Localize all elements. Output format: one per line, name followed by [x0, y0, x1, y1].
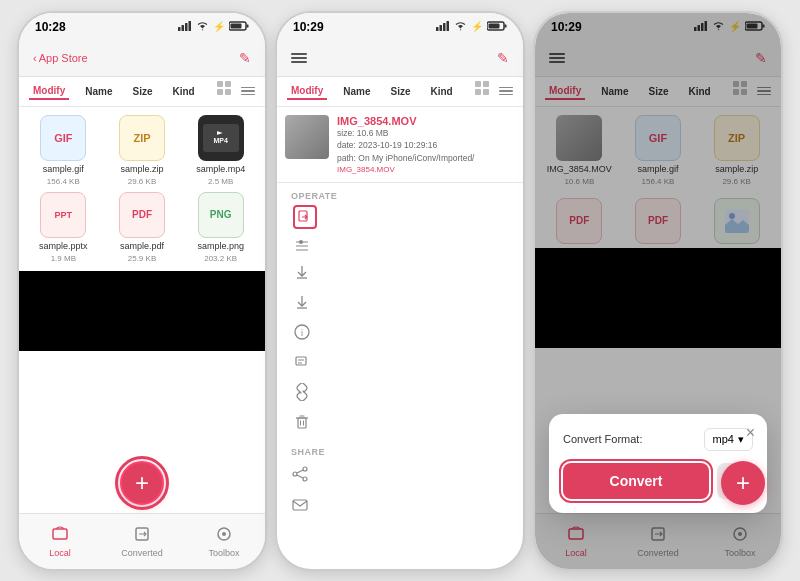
- file-item-mp4[interactable]: MP4 sample.mp4 2.5 MB: [184, 115, 257, 186]
- toolbar-2: Modify Name Size Kind: [277, 77, 523, 107]
- add-fab-button[interactable]: +: [120, 461, 164, 505]
- svg-rect-18: [447, 21, 450, 31]
- detail-filename: IMG_3854.MOV: [337, 115, 515, 127]
- gif-filename: sample.gif: [43, 164, 84, 174]
- svg-rect-25: [483, 89, 489, 95]
- grid-view-icon-2[interactable]: [475, 81, 491, 101]
- detail-size: size: 10.6 MB: [337, 127, 515, 140]
- zip-filename: sample.zip: [120, 164, 163, 174]
- file-item-pdf[interactable]: PDF sample.pdf 25.9 KB: [106, 192, 179, 263]
- svg-rect-6: [247, 24, 249, 27]
- toolbar-size-1[interactable]: Size: [128, 84, 156, 99]
- tab-local-1[interactable]: Local: [19, 525, 101, 558]
- battery-icon-1: [229, 21, 249, 33]
- phone-2: 10:29 ⚡ ✎ Modify Name Size Kind: [275, 11, 525, 571]
- file-grid-1: GIF sample.gif 156.4 KB ZIP sample.zip 2…: [19, 107, 265, 271]
- hamburger-menu-icon-2[interactable]: [499, 87, 513, 96]
- delete-icon[interactable]: [293, 413, 509, 435]
- edit-icon-1[interactable]: ✎: [239, 50, 251, 66]
- svg-rect-10: [225, 89, 231, 95]
- rename-icon[interactable]: [293, 353, 509, 375]
- dialog-close-button[interactable]: ×: [746, 424, 755, 442]
- download-icon[interactable]: [293, 263, 509, 285]
- toolbar-name-2[interactable]: Name: [339, 84, 374, 99]
- svg-rect-17: [443, 23, 446, 31]
- gif-icon: GIF: [40, 115, 86, 161]
- pptx-icon: PPT: [40, 192, 86, 238]
- back-chevron-icon: ‹: [33, 52, 37, 64]
- phone-3: 10:29 ⚡ ✎ Modify Name Size Kind: [533, 11, 783, 571]
- bottom-tabs-1: Local Converted Toolbox: [19, 513, 265, 569]
- tab-toolbox-1[interactable]: Toolbox: [183, 525, 265, 558]
- tab-converted-1[interactable]: Converted: [101, 525, 183, 558]
- info-icon[interactable]: i: [293, 323, 509, 345]
- toolbar-name-1[interactable]: Name: [81, 84, 116, 99]
- svg-line-46: [297, 475, 303, 478]
- png-icon: PNG: [198, 192, 244, 238]
- toolbar-modify-1[interactable]: Modify: [29, 83, 69, 100]
- png-filename: sample.png: [197, 241, 244, 251]
- convert-button[interactable]: Convert: [563, 463, 709, 499]
- zip-icon: ZIP: [119, 115, 165, 161]
- toolbox-tab-icon: [215, 525, 233, 545]
- export-icon[interactable]: [293, 293, 509, 315]
- svg-rect-1: [182, 25, 185, 31]
- preview-area-1: [19, 271, 265, 351]
- svg-point-14: [222, 532, 226, 536]
- tab-toolbox-label-1: Toolbox: [208, 548, 239, 558]
- nav-bar-1: ‹ App Store ✎: [19, 41, 265, 77]
- file-item-png[interactable]: PNG sample.png 203.2 KB: [184, 192, 257, 263]
- pdf-icon: PDF: [119, 192, 165, 238]
- convert-file-icon[interactable]: [293, 205, 317, 229]
- wifi-icon-1: [196, 21, 209, 33]
- pdf-filesize: 25.9 KB: [128, 254, 156, 263]
- file-item-pptx[interactable]: PPT sample.pptx 1.9 MB: [27, 192, 100, 263]
- link-icon[interactable]: [293, 383, 509, 405]
- svg-rect-0: [178, 27, 181, 31]
- nav-bar-2: ✎: [277, 41, 523, 77]
- svg-rect-23: [483, 81, 489, 87]
- time-1: 10:28: [35, 20, 66, 34]
- edit-icon-2[interactable]: ✎: [497, 50, 509, 66]
- svg-point-44: [303, 477, 307, 481]
- png-filesize: 203.2 KB: [204, 254, 237, 263]
- file-item-zip[interactable]: ZIP sample.zip 29.6 KB: [106, 115, 179, 186]
- svg-rect-38: [298, 418, 306, 428]
- file-item-gif[interactable]: GIF sample.gif 156.4 KB: [27, 115, 100, 186]
- zip-filesize: 29.6 KB: [128, 177, 156, 186]
- mp4-filesize: 2.5 MB: [208, 177, 233, 186]
- grid-view-icon-1[interactable]: [217, 81, 233, 101]
- tab-local-label-1: Local: [49, 548, 71, 558]
- svg-rect-24: [475, 89, 481, 95]
- format-value: mp4: [713, 433, 734, 445]
- toolbar-modify-2[interactable]: Modify: [287, 83, 327, 100]
- hamburger-icon-1[interactable]: [241, 87, 255, 96]
- svg-rect-20: [489, 23, 500, 28]
- svg-point-43: [293, 472, 297, 476]
- toolbar-kind-1[interactable]: Kind: [168, 84, 198, 99]
- detail-path-file: IMG_3854.MOV: [337, 165, 515, 174]
- svg-rect-7: [217, 81, 223, 87]
- local-tab-icon: [51, 525, 69, 545]
- lightning-icon-2: ⚡: [471, 21, 483, 32]
- toolbar-kind-2[interactable]: Kind: [426, 84, 456, 99]
- operate-section: OPERATE i: [277, 183, 523, 443]
- svg-rect-22: [475, 81, 481, 87]
- adjust-icon[interactable]: [293, 237, 509, 255]
- file-detail-panel: IMG_3854.MOV size: 10.6 MB date: 2023-10…: [277, 107, 523, 183]
- svg-rect-11: [53, 529, 67, 539]
- gif-filesize: 156.4 KB: [47, 177, 80, 186]
- status-bar-2: 10:29 ⚡: [277, 13, 523, 41]
- format-row: Convert Format: mp4 ▾: [563, 428, 753, 451]
- share-icon[interactable]: [291, 461, 509, 487]
- toolbar-size-2[interactable]: Size: [386, 84, 414, 99]
- svg-rect-2: [185, 23, 188, 31]
- pptx-filesize: 1.9 MB: [51, 254, 76, 263]
- add-fab-button-3[interactable]: +: [721, 461, 765, 505]
- status-bar-1: 10:28 ⚡: [19, 13, 265, 41]
- file-thumbnail: [285, 115, 329, 159]
- mail-icon[interactable]: [291, 487, 509, 517]
- back-text: App Store: [39, 52, 88, 64]
- back-link-1[interactable]: ‹ App Store: [33, 52, 88, 64]
- hamburger-icon-2[interactable]: [291, 53, 307, 63]
